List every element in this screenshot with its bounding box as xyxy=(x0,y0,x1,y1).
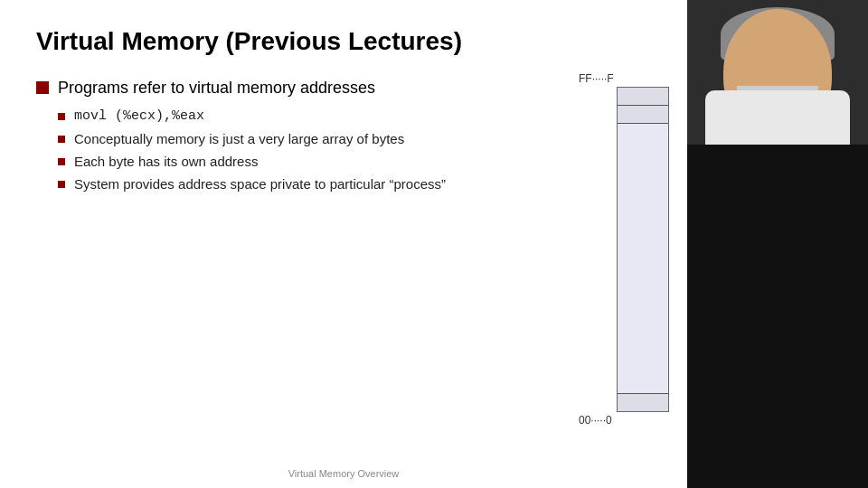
sub-bullet-1: movl (%ecx),%eax xyxy=(58,108,651,124)
sub-bullet-text-3: Each byte has its own address xyxy=(74,154,258,169)
webcam-panel xyxy=(687,0,868,488)
sub-bullet-text-4: System provides address space private to… xyxy=(74,176,446,192)
sub-bullet-2: Conceptually memory is just a very large… xyxy=(58,131,651,146)
memory-diagram: FF·····F 00·····0 xyxy=(579,72,669,434)
mem-section-middle xyxy=(618,124,668,393)
mem-section-bottom xyxy=(618,393,668,411)
mem-label-bottom: 00·····0 xyxy=(579,414,612,427)
mem-label-top: FF·····F xyxy=(579,72,614,85)
main-bullet: Programs refer to virtual memory address… xyxy=(36,79,651,98)
main-bullet-icon xyxy=(36,81,49,94)
sub-bullet-4: System provides address space private to… xyxy=(58,176,651,192)
person-shirt xyxy=(705,90,850,145)
mem-box xyxy=(617,87,669,412)
sub-bullets: movl (%ecx),%eax Conceptually memory is … xyxy=(58,108,651,192)
sub-bullet-text-1: movl (%ecx),%eax xyxy=(74,108,204,124)
main-bullet-text: Programs refer to virtual memory address… xyxy=(58,79,375,98)
sub-bullet-text-2: Conceptually memory is just a very large… xyxy=(74,131,404,146)
sub-bullet-icon-2 xyxy=(58,136,65,143)
sub-bullet-icon-1 xyxy=(58,113,65,120)
mem-section-top xyxy=(618,88,668,106)
slide-footer: Virtual Memory Overview xyxy=(0,468,687,479)
slide-title: Virtual Memory (Previous Lectures) xyxy=(36,27,651,56)
sub-bullet-icon-3 xyxy=(58,158,65,165)
footer-text: Virtual Memory Overview xyxy=(288,468,400,479)
sub-bullet-3: Each byte has its own address xyxy=(58,154,651,169)
webcam-video xyxy=(687,0,868,145)
webcam-black-area xyxy=(687,145,868,488)
sub-bullet-icon-4 xyxy=(58,181,65,188)
mem-section-second xyxy=(618,106,668,124)
